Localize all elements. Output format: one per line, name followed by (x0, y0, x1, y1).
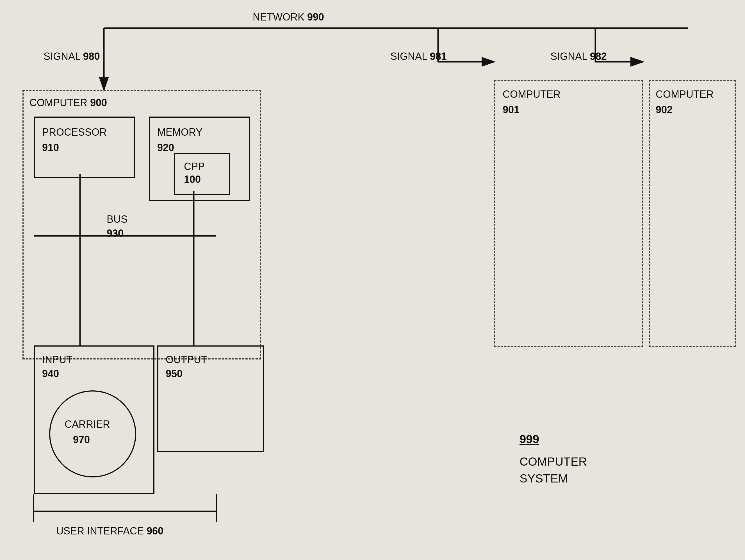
processor-num: 910 (42, 142, 59, 154)
processor-label: PROCESSOR (42, 126, 107, 138)
output-num: 950 (166, 368, 183, 380)
input-label: INPUT (42, 354, 72, 366)
memory-num: 920 (157, 142, 174, 154)
signal-980-label: SIGNAL 980 (43, 51, 100, 62)
bus-num: 930 (107, 228, 124, 239)
carrier-label: CARRIER (65, 419, 110, 430)
cpp-num: 100 (184, 173, 201, 185)
computer-902-label: COMPUTER (656, 89, 714, 100)
computer-system-num-label: 999 (519, 432, 539, 446)
network-label: NETWORK 990 (253, 11, 324, 23)
memory-label: MEMORY (157, 126, 202, 138)
computer-902-num: 902 (656, 104, 673, 116)
computer-900-label: COMPUTER 900 (30, 97, 107, 109)
signal-981-label: SIGNAL 981 (390, 51, 447, 62)
computer-902-box (649, 80, 736, 347)
user-interface-label: USER INTERFACE 960 (56, 525, 163, 537)
cpp-label: CPP (184, 161, 205, 172)
signal-982-label: SIGNAL 982 (550, 51, 607, 62)
input-num: 940 (42, 368, 59, 380)
carrier-circle (49, 390, 136, 477)
computer-901-num: 901 (503, 104, 519, 116)
computer-901-label: COMPUTER (503, 89, 560, 100)
diagram: NETWORK 990 SIGNAL 980 SIGNAL 981 SIGNAL… (0, 0, 745, 560)
computer-system-label: COMPUTER (519, 455, 587, 468)
bus-label: BUS (107, 213, 128, 225)
computer-901-box (494, 80, 643, 347)
cpp-box (174, 153, 230, 195)
carrier-num: 970 (73, 434, 90, 446)
computer-system-label2: SYSTEM (519, 472, 568, 485)
output-label: OUTPUT (166, 354, 207, 366)
